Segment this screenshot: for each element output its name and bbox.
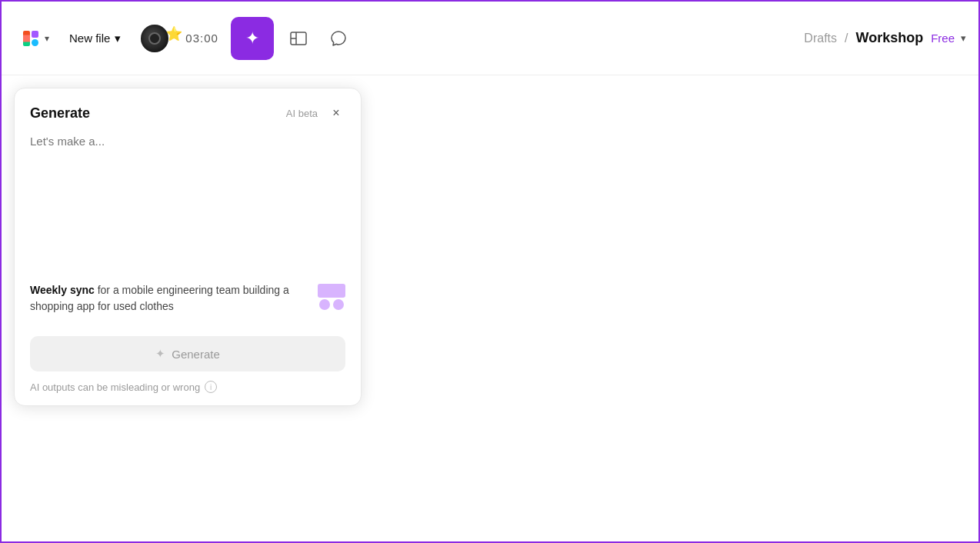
info-icon-label: i — [210, 383, 212, 391]
navbar-right: Drafts / Workshop Free ▾ — [804, 30, 966, 46]
navbar-left: ▾ New file ▾ ⭐ 03:00 ✦ — [14, 17, 354, 60]
free-badge: Free — [931, 32, 955, 45]
panel-header-right: AI beta × — [286, 104, 345, 122]
close-icon: × — [332, 106, 339, 120]
example-suggestion: Weekly sync for a mobile engineering tea… — [30, 273, 345, 324]
chat-button[interactable] — [323, 23, 354, 54]
ai-generate-button[interactable]: ✦ — [231, 17, 274, 60]
main-content: Generate AI beta × Weekly sync for a mob… — [2, 75, 978, 543]
new-file-chevron-icon: ▾ — [115, 32, 121, 45]
chat-icon — [330, 30, 347, 47]
logo-chevron-icon: ▾ — [45, 33, 49, 44]
info-icon[interactable]: i — [205, 381, 217, 393]
svg-rect-1 — [32, 31, 38, 38]
disclaimer: AI outputs can be misleading or wrong i — [30, 381, 345, 393]
suggestion-bold: Weekly sync — [30, 284, 95, 296]
close-button[interactable]: × — [327, 104, 345, 122]
frame-top — [318, 284, 345, 298]
panel-header: Generate AI beta × — [30, 104, 345, 122]
svg-point-3 — [32, 39, 38, 46]
generate-panel: Generate AI beta × Weekly sync for a mob… — [14, 88, 362, 406]
figma-icon — [20, 28, 42, 49]
timer-disc — [141, 25, 168, 52]
frames-icon — [318, 284, 345, 310]
suggestion-text: Weekly sync for a mobile engineering tea… — [30, 282, 305, 315]
generate-button[interactable]: ✦ Generate — [30, 336, 345, 371]
breadcrumb-separator: / — [845, 32, 848, 45]
logo-button[interactable]: ▾ — [14, 22, 55, 55]
generate-button-label: Generate — [172, 348, 220, 361]
new-file-button[interactable]: New file ▾ — [62, 25, 128, 52]
generate-sparkle-icon: ✦ — [155, 347, 165, 361]
frame-circle-left — [319, 299, 330, 310]
timer-area: ⭐ 03:00 — [141, 25, 218, 52]
prompt-input[interactable] — [30, 135, 345, 258]
frame-circle-right — [333, 299, 344, 310]
panel-title: Generate — [30, 105, 90, 122]
sparkle-icon: ✦ — [245, 28, 259, 48]
frames-bottom — [319, 299, 344, 310]
timer-value: 03:00 — [185, 32, 218, 45]
ai-beta-label: AI beta — [286, 108, 318, 119]
svg-rect-4 — [23, 35, 30, 42]
breadcrumb-current: Workshop — [855, 30, 923, 46]
layout-button[interactable] — [283, 23, 314, 54]
disclaimer-text: AI outputs can be misleading or wrong — [30, 381, 200, 393]
breadcrumb-drafts: Drafts — [804, 32, 837, 45]
breadcrumb-chevron-icon[interactable]: ▾ — [961, 32, 966, 44]
layout-icon — [290, 32, 307, 45]
navbar: ▾ New file ▾ ⭐ 03:00 ✦ — [2, 2, 978, 75]
new-file-label: New file — [69, 32, 110, 45]
suggestion-icon — [318, 284, 345, 310]
